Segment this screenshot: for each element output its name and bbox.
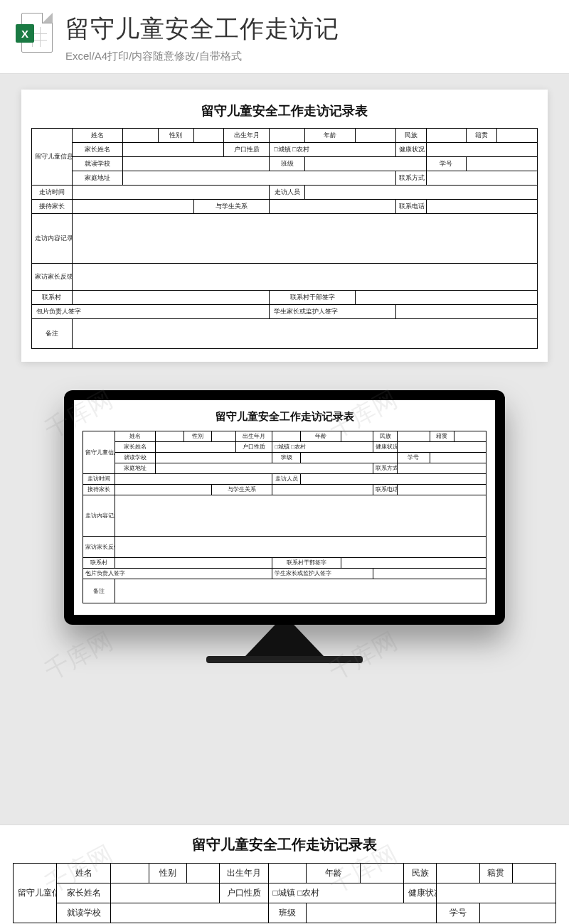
table-row: 联系村 联系村干部签字 (32, 291, 538, 305)
bcell: 留守儿童信息 (14, 864, 57, 923)
mcell (398, 485, 486, 495)
table-row: 就读学校 班级 学号 (32, 157, 538, 171)
bcell (187, 864, 220, 883)
cell-birth-label: 出生年月 (224, 129, 270, 143)
mcell: 健康状况 (373, 442, 398, 453)
mcell: 户口性质 (236, 442, 272, 453)
cell-studentno-label: 学号 (426, 157, 467, 171)
bcell: 就读学校 (57, 903, 111, 923)
mcell (156, 463, 373, 474)
mcell: 就读学校 (115, 453, 156, 463)
cell-phone-value (426, 200, 537, 214)
mcell: 留守儿童信息 (83, 431, 115, 474)
cell-health-value (426, 143, 537, 157)
cell-school-value (122, 157, 269, 171)
mcell (301, 474, 486, 485)
mcell: 家长姓名 (115, 442, 156, 453)
mcell: 学号 (398, 453, 430, 463)
cell-age-label: 年龄 (304, 129, 355, 143)
excel-badge: X (16, 24, 34, 43)
cell-villagesign-label: 联系村干部签字 (270, 291, 356, 305)
monitor-mockup: 留守儿童安全工作走访记录表 留守儿童信息姓名性别出生年月年龄民族籍贯 家长姓名户… (21, 390, 548, 663)
mcell: 与学生关系 (212, 485, 272, 495)
mcell (301, 453, 398, 463)
bcell (361, 864, 404, 883)
cell-parent-label: 家长姓名 (72, 143, 122, 157)
mcell: 备注 (83, 579, 115, 603)
mcell: 籍贯 (430, 431, 454, 442)
mcell: 民族 (373, 431, 398, 442)
mcell (398, 463, 486, 474)
cell-contact-label: 联系方式 (395, 171, 426, 186)
bcell: 民族 (404, 864, 437, 883)
cell-address-label: 家庭地址 (72, 171, 122, 186)
bcell (111, 864, 149, 883)
mcell (272, 431, 301, 442)
table-row: 包片负责人签字 学生家长或监护人签字 (32, 305, 538, 319)
mcell (156, 453, 272, 463)
table-row: 走访时间 走访人员 (32, 186, 538, 200)
record-form-table-bottom: 留守儿童信息姓名性别出生年月年龄民族籍贯 家长姓名户口性质□城镇 □农村健康状况… (13, 863, 556, 923)
cell-hukou-label: 户口性质 (224, 143, 270, 157)
cell-visitstaff-label: 走访人员 (270, 186, 305, 200)
cell-contact-value (426, 171, 537, 186)
mcell: 联系方式 (373, 463, 398, 474)
cell-age-value (356, 129, 396, 143)
mcell (115, 537, 486, 558)
mcell (341, 431, 373, 442)
cell-studentno-value (467, 157, 538, 171)
bcell: 家长姓名 (57, 883, 111, 903)
mcell: 年龄 (301, 431, 341, 442)
cell-ethnic-label: 民族 (395, 129, 426, 143)
mcell: 学生家长或监护人签字 (272, 569, 373, 579)
cell-hukou-opts: □城镇 □农村 (270, 143, 396, 157)
cell-address-value (122, 171, 395, 186)
mcell (212, 431, 236, 442)
mcell (272, 485, 373, 495)
bcell: 班级 (268, 903, 306, 923)
mcell: 性别 (184, 431, 212, 442)
form-title: 留守儿童安全工作走访记录表 (31, 102, 538, 119)
bcell (437, 883, 556, 903)
mcell (115, 558, 272, 569)
form-title-bottom: 留守儿童安全工作走访记录表 (0, 835, 569, 854)
mcell: 家访家长反馈事项 (83, 537, 115, 558)
monitor-base (206, 656, 363, 663)
bcell (480, 903, 556, 923)
bcell (512, 864, 555, 883)
cell-gender-value (193, 129, 224, 143)
bottom-strip: 留守儿童安全工作走访记录表 留守儿童信息姓名性别出生年月年龄民族籍贯 家长姓名户… (0, 824, 569, 924)
page-title: 留守儿童安全工作走访记 (65, 13, 339, 45)
mcell (115, 485, 212, 495)
record-form-table: 留守儿童信息 姓名 性别 出生年月 年龄 民族 籍贯 家长姓名 户口性质 □城镇… (31, 128, 538, 349)
table-row: 家访家长反馈事项 (32, 264, 538, 291)
cell-visittime-label: 走访时间 (32, 186, 73, 200)
cell-feedback-label: 家访家长反馈事项 (32, 264, 73, 291)
mcell: 班级 (272, 453, 301, 463)
bcell: 性别 (149, 864, 186, 883)
bcell: 年龄 (306, 864, 360, 883)
cell-content-label: 走访内容记录 (32, 214, 73, 264)
bcell: 出生年月 (219, 864, 268, 883)
cell-parent-value (122, 143, 223, 157)
table-row: 接待家长 与学生关系 联系电话 (32, 200, 538, 214)
cell-grade-value (304, 157, 426, 171)
mcell: 走访人员 (272, 474, 301, 485)
cell-school-label: 就读学校 (72, 157, 122, 171)
bcell (268, 864, 306, 883)
table-row: 备注 (32, 319, 538, 349)
mcell: 家庭地址 (115, 463, 156, 474)
table-row: 留守儿童信息 姓名 性别 出生年月 年龄 民族 籍贯 (32, 129, 538, 143)
cell-health-label: 健康状况 (395, 143, 426, 157)
record-form-table-monitor: 留守儿童信息姓名性别出生年月年龄民族籍贯 家长姓名户口性质□城镇 □农村健康状况… (83, 431, 486, 603)
cell-feedback-value (72, 264, 537, 291)
mcell: 走访时间 (83, 474, 115, 485)
mcell (454, 431, 486, 442)
cell-content-value (72, 214, 537, 264)
bcell (111, 903, 268, 923)
bcell: 姓名 (57, 864, 111, 883)
mcell: 联系村 (83, 558, 115, 569)
table-row: 家庭地址 联系方式 (32, 171, 538, 186)
cell-gender-label: 性别 (158, 129, 193, 143)
cell-remarks-label: 备注 (32, 319, 73, 349)
